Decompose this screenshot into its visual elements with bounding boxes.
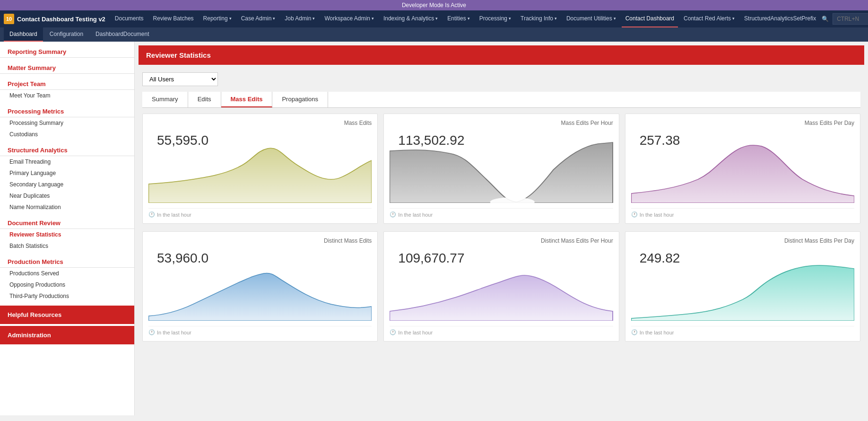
logo-icon: 10: [4, 14, 14, 24]
sidebar-item-custodians[interactable]: Custodians: [0, 129, 134, 140]
nav-entities[interactable]: Entities ▾: [443, 10, 473, 27]
app-title: Contact Dashboard Testing v2: [17, 16, 105, 23]
clock-icon: 🕐: [148, 329, 155, 335]
nav-tracking-info[interactable]: Tracking Info ▾: [517, 10, 561, 27]
sidebar-item-third-party-productions[interactable]: Third-Party Productions: [0, 290, 134, 302]
sidebar-item-email-threading[interactable]: Email Threading: [0, 156, 134, 167]
sidebar-section-processing-metrics[interactable]: Processing Metrics: [0, 103, 134, 117]
sidebar-item-secondary-language[interactable]: Secondary Language: [0, 179, 134, 190]
sidebar-item-batch-statistics[interactable]: Batch Statistics: [0, 240, 134, 252]
sidebar-item-processing-summary[interactable]: Processing Summary: [0, 117, 134, 129]
nav-contact-dashboard[interactable]: Contact Dashboard: [622, 10, 678, 27]
nav-reporting[interactable]: Reporting ▾: [200, 10, 235, 27]
nav-job-admin[interactable]: Job Admin ▾: [281, 10, 319, 27]
tabs-row: Summary Edits Mass Edits Propagations: [142, 92, 860, 108]
chart-distinct-mass-edits-per-hour: Distinct Mass Edits Per Hour 109,670.77: [383, 231, 619, 342]
nav-contact-red-alerts[interactable]: Contact Red Alerts ▾: [680, 10, 738, 27]
top-nav: 10 Contact Dashboard Testing v2 Document…: [0, 10, 868, 27]
chart-distinct-mass-edits-per-day: Distinct Mass Edits Per Day 249.82: [625, 231, 860, 342]
user-filter-select[interactable]: All Users User 1 User 2: [142, 72, 218, 86]
chart-value-mass-edits-per-hour: 113,502.92: [398, 133, 464, 148]
nav-case-admin[interactable]: Case Admin ▾: [237, 10, 279, 27]
clock-icon: 🕐: [631, 211, 638, 218]
nav-structured-analytics[interactable]: StructuredAnalyticsSetPrefix: [740, 10, 820, 27]
chart-footer-distinct-mass-edits: 🕐 In the last hour: [148, 326, 372, 335]
nav-review-batches[interactable]: Review Batches: [149, 10, 198, 27]
sub-nav-dashboard-document[interactable]: DashboardDocument: [90, 27, 155, 42]
chart-title-mass-edits-per-hour: Mass Edits Per Hour: [390, 120, 613, 126]
chart-title-distinct-mass-edits: Distinct Mass Edits: [148, 237, 372, 244]
content-area: Reviewer Statistics All Users User 1 Use…: [135, 42, 868, 415]
clock-icon: 🕐: [390, 211, 396, 218]
sidebar-section-reporting-summary[interactable]: Reporting Summary: [0, 44, 134, 58]
sidebar-item-name-normalization[interactable]: Name Normalization: [0, 202, 134, 213]
sidebar-item-near-duplicates[interactable]: Near Duplicates: [0, 190, 134, 202]
app-logo[interactable]: 10 Contact Dashboard Testing v2: [4, 14, 105, 24]
chart-value-mass-edits-per-day: 257.38: [640, 133, 680, 148]
chart-title-mass-edits-per-day: Mass Edits Per Day: [631, 120, 854, 126]
sidebar-item-reviewer-statistics[interactable]: Reviewer Statistics: [0, 229, 134, 240]
nav-right: 🔍 | ☆ Favorites ▾ | Hi, Sean ☰: [822, 12, 868, 26]
chevron-down-icon: ▾: [468, 16, 470, 21]
chart-value-distinct-mass-edits-per-hour: 109,670.77: [398, 251, 464, 266]
dev-mode-bar: Developer Mode Is Active: [0, 0, 868, 10]
sidebar-section-document-review[interactable]: Document Review: [0, 215, 134, 229]
chart-title-distinct-mass-edits-per-hour: Distinct Mass Edits Per Hour: [390, 237, 613, 244]
nav-processing[interactable]: Processing ▾: [476, 10, 515, 27]
chart-value-distinct-mass-edits: 53,960.0: [157, 251, 208, 266]
search-input[interactable]: [833, 13, 868, 25]
tab-summary[interactable]: Summary: [142, 92, 188, 107]
nav-workspace-admin[interactable]: Workspace Admin ▾: [321, 10, 378, 27]
chevron-down-icon: ▾: [372, 16, 374, 21]
chart-footer-mass-edits: 🕐 In the last hour: [148, 208, 372, 218]
sub-nav-configuration[interactable]: Configuration: [44, 27, 89, 42]
chart-grid-row1: Mass Edits 55,595.0: [135, 114, 868, 231]
chart-footer-mass-edits-per-day: 🕐 In the last hour: [631, 208, 854, 218]
chart-footer-distinct-mass-edits-per-day: 🕐 In the last hour: [631, 326, 854, 335]
chart-title-distinct-mass-edits-per-day: Distinct Mass Edits Per Day: [631, 237, 854, 244]
tab-propagations[interactable]: Propagations: [272, 92, 328, 107]
chart-mass-edits: Mass Edits 55,595.0: [142, 114, 378, 224]
sidebar-section-production-metrics[interactable]: Production Metrics: [0, 254, 134, 268]
sidebar-section-matter-summary[interactable]: Matter Summary: [0, 60, 134, 74]
reviewer-statistics-header: Reviewer Statistics: [139, 45, 864, 65]
chart-footer-mass-edits-per-hour: 🕐 In the last hour: [390, 208, 613, 218]
chevron-down-icon: ▾: [435, 16, 438, 21]
administration-button[interactable]: Administration: [0, 326, 134, 344]
chart-mass-edits-per-day: Mass Edits Per Day 257.38: [625, 114, 860, 224]
chevron-down-icon: ▾: [229, 16, 232, 21]
sidebar-section-structured-analytics[interactable]: Structured Analytics: [0, 142, 134, 156]
chart-grid-row2: Distinct Mass Edits 53,960.0: [135, 231, 868, 349]
main-layout: Reporting Summary Matter Summary Project…: [0, 42, 868, 415]
nav-indexing-analytics[interactable]: Indexing & Analytics ▾: [380, 10, 442, 27]
chevron-down-icon: ▾: [312, 16, 315, 21]
chevron-down-icon: ▾: [614, 16, 616, 21]
chevron-down-icon: ▾: [732, 16, 735, 21]
nav-document-utilities[interactable]: Document Utilities ▾: [563, 10, 620, 27]
chevron-down-icon: ▾: [273, 16, 275, 21]
chart-footer-distinct-mass-edits-per-hour: 🕐 In the last hour: [390, 326, 613, 335]
dev-mode-text: Developer Mode Is Active: [402, 2, 466, 9]
chevron-down-icon: ▾: [509, 16, 511, 21]
sidebar-section-project-team[interactable]: Project Team: [0, 76, 134, 90]
sidebar-item-productions-served[interactable]: Productions Served: [0, 268, 134, 279]
filter-row: All Users User 1 User 2: [135, 69, 868, 90]
sidebar: Reporting Summary Matter Summary Project…: [0, 42, 135, 415]
tab-edits[interactable]: Edits: [188, 92, 221, 107]
helpful-resources-button[interactable]: Helpful Resources: [0, 306, 134, 324]
sub-nav: Dashboard Configuration DashboardDocumen…: [0, 27, 868, 42]
chart-distinct-mass-edits: Distinct Mass Edits 53,960.0: [142, 231, 378, 342]
sidebar-item-meet-your-team[interactable]: Meet Your Team: [0, 90, 134, 101]
nav-documents[interactable]: Documents: [111, 10, 148, 27]
chart-title-mass-edits: Mass Edits: [148, 120, 372, 126]
chart-value-mass-edits: 55,595.0: [157, 133, 208, 148]
sub-nav-dashboard[interactable]: Dashboard: [4, 27, 43, 42]
clock-icon: 🕐: [148, 211, 155, 218]
tab-mass-edits[interactable]: Mass Edits: [221, 92, 273, 107]
sidebar-item-opposing-productions[interactable]: Opposing Productions: [0, 279, 134, 290]
chart-value-distinct-mass-edits-per-day: 249.82: [640, 251, 680, 266]
search-icon: 🔍: [822, 16, 829, 22]
sidebar-item-primary-language[interactable]: Primary Language: [0, 167, 134, 179]
chart-mass-edits-per-hour: Mass Edits Per Hour 113,502.92: [383, 114, 619, 224]
chevron-down-icon: ▾: [555, 16, 557, 21]
